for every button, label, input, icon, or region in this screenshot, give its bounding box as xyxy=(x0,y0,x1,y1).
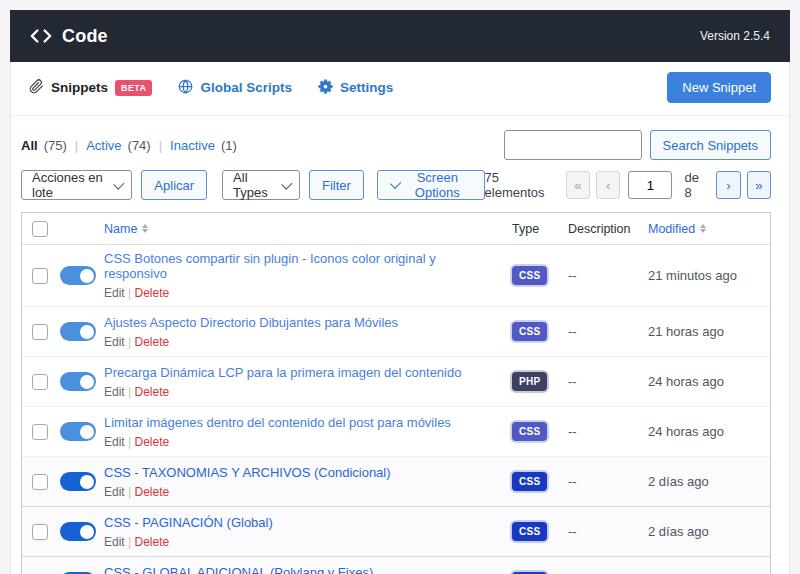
type-filter-select[interactable]: All Types xyxy=(222,170,300,200)
delete-link[interactable]: Delete xyxy=(135,286,170,300)
snippet-name-link[interactable]: Limitar imágenes dentro del contenido de… xyxy=(104,415,451,430)
table-row: CSS - TAXONOMIAS Y ARCHIVOS (Condicional… xyxy=(22,457,770,507)
snippet-name-link[interactable]: CSS Botones compartir sin plugin - Icono… xyxy=(104,251,502,281)
description-cell: -- xyxy=(568,424,648,439)
last-page-button[interactable]: » xyxy=(747,171,771,199)
chevron-down-icon xyxy=(390,177,401,188)
delete-link[interactable]: Delete xyxy=(135,385,170,399)
snippet-active-toggle[interactable] xyxy=(60,322,96,341)
app-header: Code Version 2.5.4 xyxy=(10,10,790,62)
filter-button[interactable]: Filter xyxy=(309,170,364,200)
code-brackets-icon xyxy=(30,28,52,44)
edit-link[interactable]: Edit xyxy=(104,286,125,300)
type-badge: PHP xyxy=(512,372,547,391)
column-header-modified[interactable]: Modified xyxy=(648,222,770,236)
type-badge: CSS xyxy=(512,472,547,491)
view-inactive-link[interactable]: Inactive xyxy=(170,138,215,153)
tab-settings-label: Settings xyxy=(340,80,393,95)
gear-icon xyxy=(318,79,333,97)
snippet-active-toggle[interactable] xyxy=(60,522,96,541)
prev-page-button[interactable]: ‹ xyxy=(596,171,620,199)
tab-global-scripts[interactable]: Global Scripts xyxy=(178,79,292,97)
first-page-button[interactable]: « xyxy=(566,171,590,199)
items-count: 75 elementos xyxy=(485,170,552,200)
view-all-count: (75) xyxy=(44,138,67,153)
sort-icon xyxy=(700,224,706,233)
type-badge: CSS xyxy=(512,266,547,285)
apply-button[interactable]: Aplicar xyxy=(141,170,207,200)
row-checkbox[interactable] xyxy=(32,524,48,540)
search-input[interactable] xyxy=(504,130,642,160)
tab-snippets-label: Snippets xyxy=(51,80,108,95)
snippet-name-link[interactable]: Ajustes Aspecto Directorio Dibujantes pa… xyxy=(104,315,398,330)
column-header-type: Type xyxy=(512,222,568,236)
description-cell: -- xyxy=(568,324,648,339)
snippet-active-toggle[interactable] xyxy=(60,266,96,285)
delete-link[interactable]: Delete xyxy=(135,435,170,449)
type-badge: CSS xyxy=(512,422,547,441)
action-separator: | xyxy=(128,286,131,300)
search-snippets-button[interactable]: Search Snippets xyxy=(650,130,771,160)
delete-link[interactable]: Delete xyxy=(135,335,170,349)
table-row: CSS - GLOBAL ADICIONAL (Polylang y Fixes… xyxy=(22,557,770,574)
tab-snippets[interactable]: Snippets BETA xyxy=(29,79,152,97)
column-header-description: Description xyxy=(568,222,648,236)
modified-cell: 21 horas ago xyxy=(648,324,770,339)
view-all-link[interactable]: All xyxy=(21,138,38,153)
status-views: All (75) | Active (74) | Inactive (1) xyxy=(21,138,237,153)
snippet-active-toggle[interactable] xyxy=(60,372,96,391)
action-separator: | xyxy=(128,535,131,549)
view-active-count: (74) xyxy=(128,138,151,153)
view-active-link[interactable]: Active xyxy=(86,138,121,153)
modified-cell: 24 horas ago xyxy=(648,424,770,439)
description-cell: -- xyxy=(568,524,648,539)
current-page-input[interactable] xyxy=(628,171,672,199)
modified-cell: 2 días ago xyxy=(648,524,770,539)
screen-options-button[interactable]: Screen Options xyxy=(377,170,485,200)
modified-cell: 2 días ago xyxy=(648,474,770,489)
version-label: Version 2.5.4 xyxy=(700,29,770,43)
edit-link[interactable]: Edit xyxy=(104,335,125,349)
snippet-name-link[interactable]: CSS - GLOBAL ADICIONAL (Polylang y Fixes… xyxy=(104,565,373,574)
description-cell: -- xyxy=(568,268,648,283)
filter-bar: All (75) | Active (74) | Inactive (1) Se… xyxy=(11,116,789,210)
row-checkbox[interactable] xyxy=(32,268,48,284)
new-snippet-button[interactable]: New Snippet xyxy=(667,72,771,103)
pagination: 75 elementos « ‹ de 8 › » xyxy=(485,170,771,200)
plugin-nav: Snippets BETA Global Scripts xyxy=(11,62,789,116)
row-checkbox[interactable] xyxy=(32,424,48,440)
snippet-name-link[interactable]: CSS - TAXONOMIAS Y ARCHIVOS (Condicional… xyxy=(104,465,391,480)
snippet-active-toggle[interactable] xyxy=(60,422,96,441)
table-row: CSS - PAGINACIÓN (Global) Edit | Delete … xyxy=(22,507,770,557)
select-all-checkbox[interactable] xyxy=(32,221,48,237)
page-title: Code xyxy=(62,26,108,47)
tab-settings[interactable]: Settings xyxy=(318,79,393,97)
row-checkbox[interactable] xyxy=(32,324,48,340)
type-filter-selected: All Types xyxy=(233,170,272,200)
table-row: Precarga Dinámica LCP para la primera im… xyxy=(22,357,770,407)
delete-link[interactable]: Delete xyxy=(135,535,170,549)
globe-icon xyxy=(178,79,193,97)
action-separator: | xyxy=(128,335,131,349)
row-checkbox[interactable] xyxy=(32,474,48,490)
modified-column-label: Modified xyxy=(648,222,695,236)
row-checkbox[interactable] xyxy=(32,374,48,390)
edit-link[interactable]: Edit xyxy=(104,435,125,449)
snippet-name-link[interactable]: CSS - PAGINACIÓN (Global) xyxy=(104,515,273,530)
snippets-table: Name Type Description Modified CSS Boton… xyxy=(21,212,771,574)
screen-options-label: Screen Options xyxy=(403,170,472,200)
view-separator: | xyxy=(75,138,78,153)
column-header-name[interactable]: Name xyxy=(104,222,512,236)
chevron-down-icon xyxy=(281,178,292,189)
next-page-button[interactable]: › xyxy=(716,171,740,199)
action-separator: | xyxy=(128,385,131,399)
chevron-down-icon xyxy=(114,178,125,189)
bulk-actions-select[interactable]: Acciones en lote xyxy=(21,170,132,200)
snippet-active-toggle[interactable] xyxy=(60,472,96,491)
snippet-name-link[interactable]: Precarga Dinámica LCP para la primera im… xyxy=(104,365,461,380)
edit-link[interactable]: Edit xyxy=(104,485,125,499)
edit-link[interactable]: Edit xyxy=(104,535,125,549)
delete-link[interactable]: Delete xyxy=(135,485,170,499)
tab-global-scripts-label: Global Scripts xyxy=(200,80,292,95)
edit-link[interactable]: Edit xyxy=(104,385,125,399)
